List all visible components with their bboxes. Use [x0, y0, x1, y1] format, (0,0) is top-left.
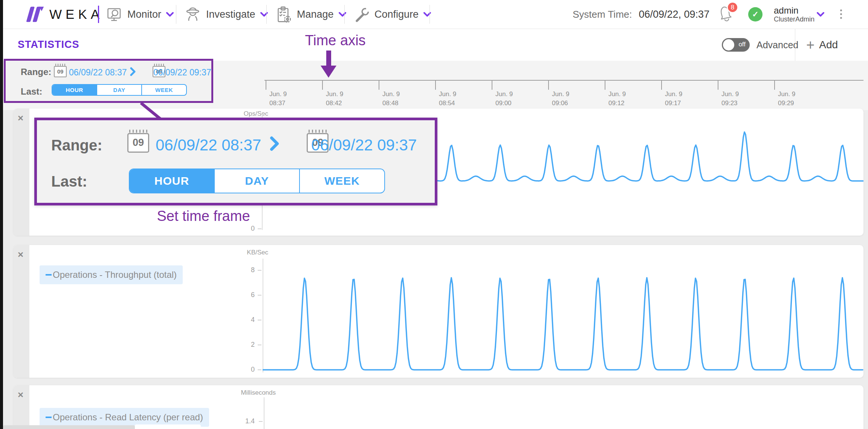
chart-card-read-latency: × Milliseconds Operations - Read Latency…	[14, 385, 863, 429]
chart-unit-label: KB/Sec	[212, 249, 268, 256]
user-menu[interactable]: admin ClusterAdmin	[774, 0, 815, 29]
time-axis-annotation-label: Time axis	[294, 32, 377, 49]
page-bottom-strip	[3, 425, 135, 429]
last-day-button-large[interactable]: DAY	[215, 169, 300, 193]
brand-divider	[98, 6, 99, 23]
user-name: admin	[774, 6, 815, 15]
add-label: Add	[819, 39, 838, 51]
chevron-down-icon	[817, 12, 824, 17]
cluster-healthy-check-icon: ✓	[748, 7, 763, 21]
time-axis[interactable]: Jun. 908:37Jun. 908:42Jun. 908:48Jun. 90…	[264, 80, 863, 110]
y-tick-mark	[258, 369, 261, 370]
advanced-label: Advanced	[756, 40, 798, 51]
monitor-search-icon	[107, 7, 122, 22]
chart-card-throughput: × KB/Sec Operations - Throughput (total)…	[14, 245, 863, 378]
range-label-large: Range:	[51, 137, 102, 154]
overflow-menu-button[interactable]	[840, 8, 842, 21]
wrench-icon	[354, 6, 370, 22]
series-legend[interactable]: Operations - Read Latency (per read)	[40, 408, 209, 427]
chart-card-handle	[14, 109, 29, 236]
page-title: STATISTICS	[18, 39, 79, 51]
add-chart-button[interactable]: + Add	[806, 29, 838, 61]
nav-divider	[344, 5, 345, 24]
nav-menu-configure[interactable]: Configure	[354, 0, 431, 29]
plus-icon: +	[806, 38, 815, 52]
clipboard-gear-icon	[276, 6, 292, 23]
chart-unit-label: Ops/Sec	[212, 110, 268, 118]
last-hour-button[interactable]: HOUR	[52, 85, 97, 95]
chevron-down-icon	[166, 12, 174, 17]
chevron-right-icon	[130, 67, 136, 76]
chevron-down-icon	[339, 12, 346, 17]
last-segmented-control-large: HOUR DAY WEEK	[129, 169, 385, 193]
y-tick-mark	[258, 320, 261, 320]
chart-unit-label: Milliseconds	[219, 389, 276, 397]
nav-menu-investigate[interactable]: Investigate	[185, 0, 268, 29]
annotation-arrow-head	[321, 66, 336, 78]
detective-icon	[185, 6, 201, 22]
statistics-page: WEKA Monitor Investigate	[0, 0, 868, 429]
y-tick-label: 0	[225, 225, 255, 232]
notification-count-badge: 8	[727, 2, 738, 13]
y-tick-label: 2	[225, 341, 255, 348]
chevron-right-icon	[270, 136, 280, 151]
last-week-button-large[interactable]: WEEK	[300, 169, 384, 193]
range-start-value-large[interactable]: 06/09/22 08:37	[156, 136, 261, 154]
series-color-dash-icon	[46, 417, 52, 418]
time-frame-callout: Range: 09 06/09/22 08:37 09 06/09/22 09:…	[34, 118, 437, 205]
range-end-value-large[interactable]: 06/09/22 09:37	[311, 136, 417, 154]
y-tick-mark	[258, 228, 261, 229]
last-week-button[interactable]: WEEK	[142, 85, 186, 95]
close-chart-button[interactable]: ×	[18, 250, 23, 259]
toggle-knob	[723, 39, 734, 51]
weka-logo-icon	[24, 4, 44, 25]
time-frame-annotation-outline: Range: 09 06/09/22 08:37 09 06/09/22 09:…	[4, 59, 213, 103]
page-bottom-strip	[135, 424, 201, 429]
last-label: Last:	[21, 86, 42, 97]
last-day-button[interactable]: DAY	[97, 85, 142, 95]
calendar-icon[interactable]: 09	[54, 66, 67, 77]
nav-label-monitor: Monitor	[127, 9, 161, 20]
range-end-value[interactable]: 06/09/22 09:37	[153, 67, 211, 78]
nav-label-manage: Manage	[297, 9, 334, 20]
calendar-icon[interactable]: 09	[127, 133, 149, 153]
chart-card-handle	[14, 245, 29, 378]
advanced-toggle[interactable]: off	[722, 38, 750, 52]
y-tick-mark	[258, 295, 261, 296]
cluster-status: ✓	[748, 0, 763, 29]
chevron-down-icon	[423, 12, 431, 17]
top-nav-bar: WEKA Monitor Investigate	[3, 0, 868, 29]
user-role: ClusterAdmin	[774, 15, 815, 23]
last-hour-button-large[interactable]: HOUR	[130, 169, 215, 193]
notifications-button[interactable]: 8	[716, 4, 734, 24]
close-chart-button[interactable]: ×	[18, 390, 23, 400]
user-menu-chevron[interactable]	[817, 0, 824, 29]
time-axis-line	[264, 80, 863, 81]
nav-menu-monitor[interactable]: Monitor	[107, 0, 174, 29]
system-time-value: 06/09/22, 09:37	[639, 9, 709, 20]
nav-menu-manage[interactable]: Manage	[276, 0, 346, 29]
series-legend-label: Operations - Throughput (total)	[53, 270, 177, 280]
y-axis-line	[264, 397, 264, 429]
weka-logo[interactable]: WEKA	[24, 0, 103, 29]
y-tick-mark	[258, 270, 261, 271]
annotation-arrow	[326, 51, 331, 66]
y-tick-label: 4	[225, 316, 255, 323]
nav-divider	[429, 5, 430, 24]
y-tick-mark	[258, 345, 261, 345]
y-tick-label: 6	[225, 291, 255, 298]
nav-label-investigate: Investigate	[206, 9, 255, 20]
close-chart-button[interactable]: ×	[18, 113, 23, 123]
nav-divider	[266, 5, 267, 24]
system-time: System Time: 06/09/22, 09:37	[573, 0, 709, 29]
y-tick-mark	[259, 421, 263, 422]
series-legend[interactable]: Operations - Throughput (total)	[40, 265, 183, 284]
last-label-large: Last:	[51, 173, 87, 190]
last-segmented-control: HOUR DAY WEEK	[52, 84, 187, 96]
range-start-value[interactable]: 06/09/22 08:37	[69, 67, 127, 78]
y-tick-label: 8	[225, 267, 255, 273]
y-tick-label: 1.4	[225, 418, 255, 424]
series-legend-label: Operations - Read Latency (per read)	[53, 412, 203, 422]
nav-divider	[176, 5, 176, 24]
y-axis-line	[263, 259, 263, 372]
